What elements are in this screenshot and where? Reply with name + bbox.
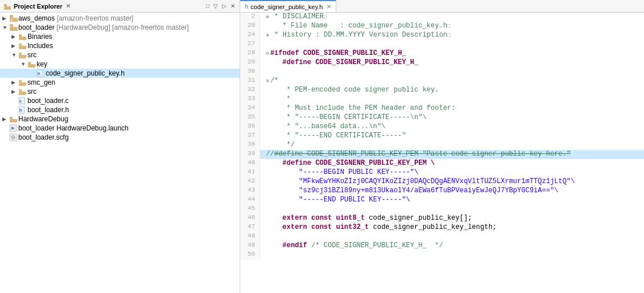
line-num-29: 29	[240, 58, 260, 68]
smc-gen-folder-icon	[18, 78, 27, 86]
line-content-35: * "-----BEGIN CERTIFICATE-----\n"\	[260, 113, 644, 122]
collapse-button[interactable]: ▽	[212, 2, 219, 10]
tree-item-aws-demos[interactable]: ▶ P aws_demos [amazon-freertos master]	[0, 14, 240, 23]
code-line-50: 50	[240, 251, 644, 260]
line-content-37: * "-----END CERTIFICATE-----"	[260, 132, 644, 141]
tree-item-scfg-file[interactable]: boot_loader.scfg	[0, 133, 240, 142]
scfg-file-icon	[9, 133, 18, 141]
tree-item-src-root[interactable]: ▼ src	[0, 50, 240, 60]
aws-demos-label: aws_demos [amazon-freertos master]	[18, 14, 133, 22]
line-content-28: ⊖#ifndef CODE_SIGNER_PUBLIC_KEY_H_	[260, 49, 644, 58]
line-content-41: "-----BEGIN PUBLIC KEY-----"\	[260, 168, 644, 177]
svg-rect-20	[19, 92, 26, 95]
code-line-20: 20 * File Name : code_signer_public_key.…	[240, 22, 644, 31]
tree-arrow-src2[interactable]: ▶	[11, 89, 18, 94]
tree-item-key-folder[interactable]: ▼ key	[0, 60, 240, 69]
line-num-24: 24	[240, 31, 260, 40]
code-signer-h-label: code_signer_public_key.h	[46, 69, 125, 77]
tree-item-smc-gen[interactable]: ▶ smc_gen	[0, 78, 240, 87]
line-num-33: 33	[240, 95, 260, 104]
panel-title: Project Explorer ✕	[3, 2, 70, 10]
view-menu-button[interactable]: ✕	[229, 2, 236, 10]
code-line-43: 43 "sz9cj31BZl89ny+m813UkaolY4/aEWa6fTuB…	[240, 187, 644, 196]
svg-rect-25	[10, 117, 13, 119]
tree-item-binaries[interactable]: ▶ Binaries	[0, 32, 240, 41]
svg-rect-6	[10, 27, 18, 31]
code-line-31: 31 ⊖/*	[240, 77, 644, 86]
tree-arrow-includes[interactable]: ▶	[11, 43, 18, 49]
smc-gen-label: smc_gen	[27, 78, 55, 86]
line-content-34: * Must include the PEM header and footer…	[260, 104, 644, 113]
code-line-44: 44 "-----END PUBLIC KEY-----"\	[240, 196, 644, 205]
line-num-31: 31	[240, 77, 260, 86]
line-content-2: ⊕ * DISCLAIMER□	[260, 13, 644, 22]
src2-folder-icon	[18, 88, 27, 96]
svg-rect-10	[19, 46, 26, 49]
code-line-35: 35 * "-----BEGIN CERTIFICATE-----\n"\	[240, 113, 644, 122]
code-line-24: 24 ⊕ * History : DD.MM.YYYY Version Desc…	[240, 31, 644, 40]
code-line-36: 36 * "...base64 data...\n"\	[240, 122, 644, 132]
code-line-2: 2 ⊕ * DISCLAIMER□	[240, 13, 644, 22]
svg-rect-26	[10, 119, 17, 122]
line-content-44: "-----END PUBLIC KEY-----"\	[260, 196, 644, 205]
line-num-37: 37	[240, 132, 260, 141]
svg-rect-18	[19, 82, 26, 86]
line-num-30: 30	[240, 68, 260, 77]
boot-loader-c-icon: c	[18, 97, 27, 105]
tree-arrow-hardware-debug[interactable]: ▶	[2, 116, 9, 122]
line-content-20: * File Name : code_signer_public_key.h□	[260, 22, 644, 31]
launch-file-icon	[9, 124, 18, 132]
editor-content[interactable]: 2 ⊕ * DISCLAIMER□ 20 * File Name : code_…	[240, 13, 644, 293]
line-num-28: 28	[240, 49, 260, 58]
panel-controls: □ ▽ ▷ ✕	[205, 2, 236, 10]
src2-label: src	[27, 88, 37, 96]
tree-arrow-aws-demos[interactable]: ▶	[2, 15, 9, 21]
tree-arrow-binaries[interactable]: ▶	[11, 34, 18, 39]
launch-file-label: boot_loader HardwareDebug.launch	[18, 124, 129, 132]
svg-rect-13	[28, 62, 31, 64]
expand-button[interactable]: ▷	[221, 2, 228, 10]
editor-tab-code-signer[interactable]: h code_signer_public_key.h ✕	[240, 0, 336, 12]
tree-item-hardware-debug[interactable]: ▶ HardwareDebug	[0, 114, 240, 124]
line-num-36: 36	[240, 122, 260, 132]
src-root-folder-icon	[18, 51, 27, 59]
code-line-38: 38 */	[240, 141, 644, 150]
scfg-file-label: boot_loader.scfg	[18, 133, 69, 141]
tree-item-boot-loader-h[interactable]: h boot_loader.h	[0, 105, 240, 114]
line-content-48	[260, 232, 644, 241]
tree-item-launch-file[interactable]: boot_loader HardwareDebug.launch	[0, 124, 240, 133]
tree-arrow-smc-gen[interactable]: ▶	[11, 80, 18, 85]
tree-item-code-signer-h[interactable]: h code_signer_public_key.h	[0, 69, 240, 78]
code-line-33: 33 *	[240, 95, 644, 104]
svg-rect-19	[19, 89, 22, 92]
tree-arrow-key[interactable]: ▼	[21, 61, 27, 67]
includes-label: Includes	[27, 42, 53, 50]
code-line-45: 45	[240, 205, 644, 214]
panel-title-x[interactable]: ✕	[66, 3, 70, 9]
minimize-button[interactable]: □	[205, 2, 210, 10]
tree-item-src2[interactable]: ▶ src	[0, 87, 240, 96]
code-line-30: 30	[240, 68, 644, 77]
tree-item-boot-loader-c[interactable]: c boot_loader.c	[0, 96, 240, 105]
line-num-41: 41	[240, 168, 260, 177]
tab-file-icon: h	[245, 3, 248, 10]
svg-rect-7	[19, 34, 22, 37]
svg-rect-12	[19, 55, 26, 58]
line-num-48: 48	[240, 232, 260, 241]
line-num-27: 27	[240, 40, 260, 49]
tree-arrow-boot-loader[interactable]: ▼	[2, 25, 9, 30]
line-num-46: 46	[240, 214, 260, 223]
line-num-49: 49	[240, 241, 260, 251]
tree-arrow-src-root[interactable]: ▼	[11, 52, 18, 58]
line-content-45	[260, 205, 644, 214]
line-content-29: #define CODE_SIGNER_PUBLIC_KEY_H_	[260, 58, 644, 68]
boot-loader-h-icon: h	[18, 106, 27, 114]
tab-close-button[interactable]: ✕	[327, 3, 331, 10]
src-root-label: src	[27, 51, 37, 59]
line-num-45: 45	[240, 205, 260, 214]
key-folder-icon	[27, 60, 37, 68]
tree-item-includes[interactable]: ▶ Includes	[0, 41, 240, 50]
svg-rect-9	[19, 43, 22, 46]
tree-item-boot-loader[interactable]: ▼ boot_loader [HardwareDebug] [amazon-fr…	[0, 23, 240, 32]
code-line-32: 32 * PEM-encoded code signer public key.	[240, 86, 644, 95]
